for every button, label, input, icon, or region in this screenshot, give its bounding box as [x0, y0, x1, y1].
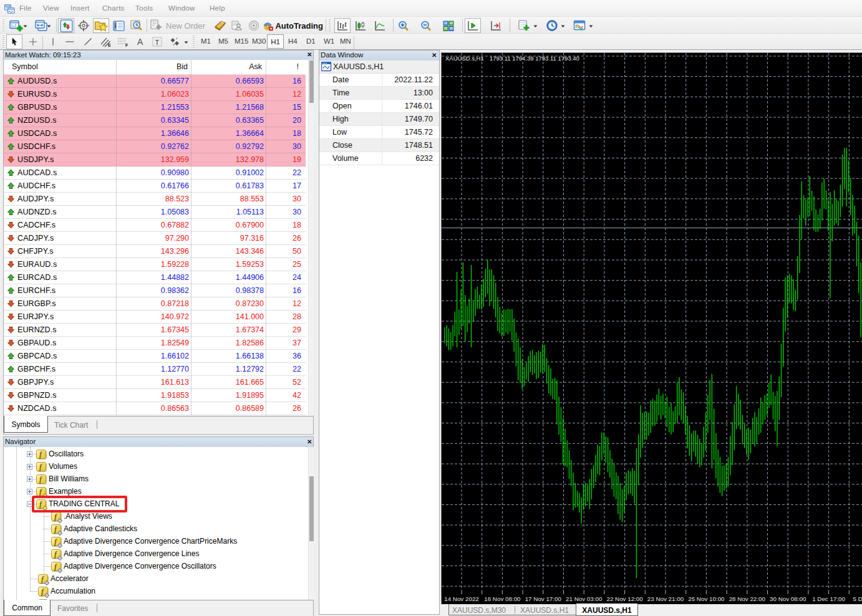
svg-text:30 Nov 08:00: 30 Nov 08:00 — [770, 595, 806, 602]
svg-text:1793.11 1794.39 1793.11 1793.4: 1793.11 1794.39 1793.11 1793.40 — [490, 55, 579, 62]
svg-text:XAUUSD.s,H1: XAUUSD.s,H1 — [445, 55, 484, 62]
svg-text:16 Nov 08:00: 16 Nov 08:00 — [484, 595, 521, 602]
svg-text:17 Nov 17:00: 17 Nov 17:00 — [525, 595, 562, 602]
svg-text:22 Nov 12:00: 22 Nov 12:00 — [606, 595, 643, 602]
svg-text:T: T — [155, 39, 160, 46]
svg-text:F: F — [125, 43, 128, 47]
svg-text:23 Nov 21:00: 23 Nov 21:00 — [647, 595, 684, 602]
svg-text:28 Nov 22:00: 28 Nov 22:00 — [729, 595, 766, 602]
svg-text:1 Dec 17:00: 1 Dec 17:00 — [812, 595, 845, 602]
svg-text:5 Dec 02:00: 5 Dec 02:00 — [853, 595, 862, 602]
svg-text:25 Nov 10:00: 25 Nov 10:00 — [688, 595, 725, 602]
svg-text:14 Nov 2022: 14 Nov 2022 — [444, 595, 479, 602]
svg-text:A: A — [137, 37, 143, 47]
svg-text:21 Nov 03:00: 21 Nov 03:00 — [566, 595, 603, 602]
svg-text:E: E — [108, 43, 111, 47]
